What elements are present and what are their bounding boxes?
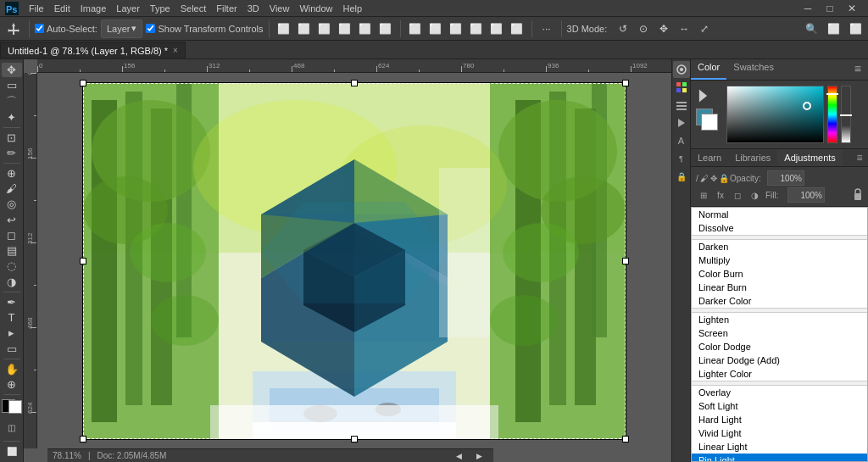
blend-mode-list[interactable]: Normal Dissolve Darken Multiply Color Bu…: [691, 207, 868, 462]
3d-scale-icon[interactable]: ⤢: [695, 19, 714, 38]
info-panel-toggle[interactable]: A: [673, 132, 690, 149]
align-right-icon[interactable]: ⬜: [315, 19, 334, 38]
swatches-tab[interactable]: Swatches: [726, 59, 781, 80]
handle-tc[interactable]: [351, 80, 358, 86]
scroll-left-icon[interactable]: ◀: [449, 447, 468, 463]
color-gradient-picker[interactable]: [726, 86, 824, 143]
lock-image-icon[interactable]: 🖌: [700, 174, 709, 183]
3d-roll-icon[interactable]: ⊙: [634, 19, 653, 38]
menu-image[interactable]: Image: [75, 3, 112, 14]
align-center-v-icon[interactable]: ⬜: [356, 19, 375, 38]
actions-panel-toggle[interactable]: [673, 114, 690, 131]
clone-tool[interactable]: ◎: [2, 197, 22, 211]
magic-wand-tool[interactable]: ✦: [2, 110, 22, 125]
lock-all-icon[interactable]: 🔒: [719, 174, 729, 183]
color-panel-toggle[interactable]: [673, 61, 690, 78]
menu-layer[interactable]: Layer: [111, 3, 145, 14]
3d-pan-icon[interactable]: ✥: [654, 19, 673, 38]
brush-tool[interactable]: 🖌: [2, 181, 22, 196]
fill-input[interactable]: [787, 187, 825, 203]
play-icon[interactable]: [698, 87, 720, 104]
menu-file[interactable]: File: [24, 3, 49, 14]
blend-overlay[interactable]: Overlay: [692, 386, 867, 399]
distribute-bottom-icon[interactable]: ⬜: [508, 19, 526, 38]
crop-tool[interactable]: ⊡: [2, 131, 22, 145]
blend-lighten[interactable]: Lighten: [692, 313, 867, 326]
menu-view[interactable]: View: [264, 3, 295, 14]
distribute-left-icon[interactable]: ⬜: [406, 19, 425, 38]
color-selector-circle[interactable]: [803, 102, 811, 110]
opacity-input[interactable]: [767, 170, 804, 186]
scroll-right-icon[interactable]: ▶: [470, 447, 488, 463]
move-tool-icon[interactable]: [3, 19, 24, 39]
canvas-content[interactable]: [37, 73, 671, 448]
background-swatch[interactable]: [701, 114, 718, 131]
zoom-tool[interactable]: ⊕: [2, 377, 22, 392]
layer-adj-icon[interactable]: ◑: [747, 187, 762, 203]
search-icon[interactable]: 🔍: [802, 19, 821, 38]
move-tool[interactable]: ✥: [2, 63, 22, 77]
gradient-tool[interactable]: ▤: [2, 243, 22, 258]
handle-ml[interactable]: [80, 258, 86, 264]
workspace2-icon[interactable]: ⬜: [846, 19, 865, 38]
auto-select-checkbox[interactable]: Auto-Select:: [35, 24, 97, 34]
adj-panel-menu-icon[interactable]: ≡: [851, 149, 868, 166]
show-transform-checkbox[interactable]: Show Transform Controls: [146, 24, 263, 34]
menu-help[interactable]: Help: [338, 3, 368, 14]
text-tool[interactable]: T: [2, 310, 22, 325]
handle-tl[interactable]: [80, 80, 86, 86]
lock-icon-right[interactable]: [853, 188, 863, 202]
distribute-center-v-icon[interactable]: ⬜: [487, 19, 506, 38]
swatches-panel-toggle[interactable]: [673, 79, 690, 96]
libraries-tab[interactable]: Libraries: [728, 149, 777, 166]
path-select-tool[interactable]: ▸: [2, 326, 22, 340]
distribute-top-icon[interactable]: ⬜: [467, 19, 486, 38]
menu-edit[interactable]: Edit: [49, 3, 75, 14]
align-left-icon[interactable]: ⬜: [275, 19, 293, 38]
auto-select-dropdown[interactable]: Layer ▾: [101, 19, 143, 38]
minimize-btn[interactable]: ─: [798, 0, 817, 18]
blend-hard-light[interactable]: Hard Light: [692, 413, 867, 426]
background-color[interactable]: [8, 400, 22, 414]
history-panel-toggle[interactable]: [673, 97, 690, 114]
document-tab[interactable]: Untitled-1 @ 78.1% (Layer 1, RGB/8) * ×: [0, 42, 186, 58]
blend-color-burn[interactable]: Color Burn: [692, 267, 867, 281]
adjustments-tab[interactable]: Adjustments: [777, 149, 843, 166]
blur-tool[interactable]: ◌: [2, 259, 22, 273]
menu-window[interactable]: Window: [294, 3, 337, 14]
blend-pin-light[interactable]: Pin Light: [692, 454, 867, 462]
layer-fx-icon[interactable]: fx: [713, 187, 728, 203]
select-tool[interactable]: ▭: [2, 78, 22, 92]
menu-select[interactable]: Select: [175, 3, 212, 14]
blend-dissolve[interactable]: Dissolve: [692, 221, 867, 235]
dodge-tool[interactable]: ◑: [2, 275, 22, 289]
blend-linear-light[interactable]: Linear Light: [692, 440, 867, 454]
eraser-tool[interactable]: ◻: [2, 228, 22, 242]
pen-tool[interactable]: ✒: [2, 295, 22, 309]
align-top-icon[interactable]: ⬜: [336, 19, 354, 38]
handle-br[interactable]: [622, 436, 629, 443]
healing-tool[interactable]: ⊕: [2, 166, 22, 181]
blend-color-dodge[interactable]: Color Dodge: [692, 340, 867, 353]
blend-normal[interactable]: Normal: [692, 208, 867, 221]
menu-filter[interactable]: Filter: [211, 3, 242, 14]
workspace-icon[interactable]: ⬜: [824, 19, 843, 38]
tab-close-btn[interactable]: ×: [173, 46, 178, 55]
handle-mr[interactable]: [622, 258, 629, 264]
menu-type[interactable]: Type: [145, 3, 175, 14]
handle-bl[interactable]: [80, 436, 86, 443]
blend-linear-dodge[interactable]: Linear Dodge (Add): [692, 353, 867, 367]
menu-3d[interactable]: 3D: [242, 3, 264, 14]
color-tab[interactable]: Color: [691, 59, 726, 80]
blend-vivid-light[interactable]: Vivid Light: [692, 426, 867, 440]
quick-mask-icon[interactable]: ◫: [2, 418, 22, 438]
blend-linear-burn[interactable]: Linear Burn: [692, 281, 867, 294]
align-center-h-icon[interactable]: ⬜: [295, 19, 314, 38]
3d-rotate-icon[interactable]: ↺: [614, 19, 632, 38]
handle-tr[interactable]: [622, 80, 629, 86]
screen-mode-icon[interactable]: ⬜: [2, 444, 22, 459]
3d-slide-icon[interactable]: ↔: [675, 19, 693, 38]
layer-grid-icon[interactable]: ⊞: [696, 187, 711, 203]
blend-multiply[interactable]: Multiply: [692, 253, 867, 267]
layer-mask-icon[interactable]: ◻: [730, 187, 745, 203]
